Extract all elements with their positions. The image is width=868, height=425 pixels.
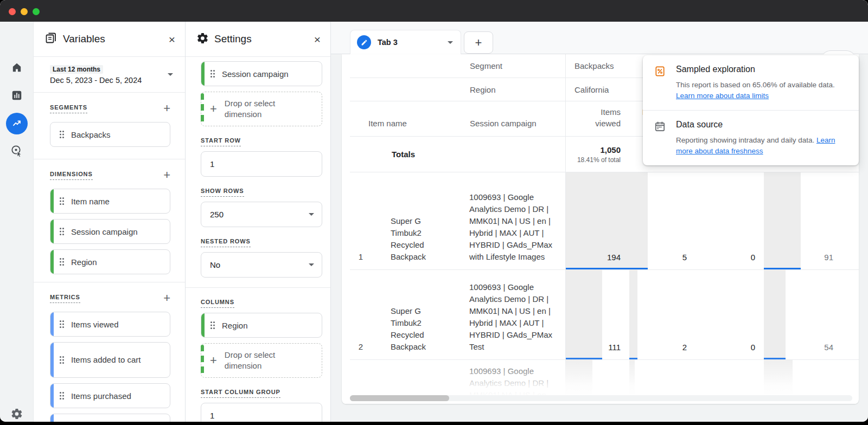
segment-group-label: Segment bbox=[461, 54, 565, 78]
show-rows-label: SHOW ROWS bbox=[201, 188, 244, 197]
columns-label: COLUMNS bbox=[201, 299, 234, 308]
app-window: Variables × Last 12 months Dec 5, 2023 -… bbox=[0, 0, 868, 422]
close-variables-icon[interactable]: × bbox=[169, 34, 175, 45]
metric-value: 0 bbox=[751, 343, 755, 352]
segment-chip-backpacks[interactable]: Backpacks bbox=[50, 122, 170, 147]
metric-value: 0 bbox=[751, 253, 755, 262]
variables-icon bbox=[44, 31, 58, 47]
nested-rows-value: No bbox=[210, 260, 220, 269]
metric-cell-items-added: 5 bbox=[629, 172, 695, 269]
columns-chip-region[interactable]: Region bbox=[201, 313, 322, 338]
column-header-items-viewed[interactable]: Items viewed bbox=[565, 101, 629, 136]
home-icon[interactable] bbox=[10, 61, 23, 76]
advertising-icon[interactable] bbox=[10, 144, 23, 159]
drag-handle-icon[interactable] bbox=[59, 356, 65, 364]
segments-label: SEGMENTS bbox=[50, 104, 87, 113]
rows-dropzone-label: Drop or select dimension bbox=[225, 98, 295, 120]
explore-icon[interactable] bbox=[6, 113, 28, 134]
metric-chip-item-revenue[interactable]: Item revenue bbox=[50, 414, 170, 422]
region-group-label: Region bbox=[461, 78, 565, 101]
rows-dropzone[interactable]: + Drop or select dimension bbox=[201, 92, 322, 126]
metric-chip-label: Items purchased bbox=[71, 391, 131, 401]
cell-bar bbox=[629, 172, 648, 269]
left-nav-rail bbox=[0, 22, 34, 422]
edit-pencil-icon bbox=[357, 35, 371, 49]
tab-3[interactable]: Tab 3 bbox=[350, 30, 461, 54]
variables-panel-header: Variables × bbox=[34, 22, 185, 57]
drag-handle-icon[interactable] bbox=[59, 257, 65, 266]
rows-chip-session-campaign[interactable]: Session campaign bbox=[201, 61, 322, 86]
metric-chip-label: Items added to cart bbox=[71, 354, 141, 366]
settings-gear-icon bbox=[196, 32, 209, 47]
dimension-chip-region[interactable]: Region bbox=[50, 249, 170, 274]
show-rows-select[interactable]: 250 bbox=[201, 202, 322, 227]
tab-strip: Tab 3 + bbox=[331, 22, 868, 54]
date-range-value: Dec 5, 2023 - Dec 5, 2024 bbox=[50, 76, 142, 85]
drag-handle-icon[interactable] bbox=[59, 130, 65, 139]
settings-divider bbox=[186, 287, 330, 288]
calendar-icon bbox=[654, 120, 667, 157]
dropzone-plus-icon: + bbox=[210, 355, 217, 366]
column-header-session-campaign[interactable]: Session campaign bbox=[461, 101, 565, 136]
columns-dropzone-label: Drop or select dimension bbox=[225, 350, 295, 371]
drag-handle-icon[interactable] bbox=[210, 69, 215, 78]
segments-section: SEGMENTS + Backpacks bbox=[34, 93, 185, 159]
date-range-selector[interactable]: Last 12 months Dec 5, 2023 - Dec 5, 2024 bbox=[34, 57, 185, 93]
sampled-percent-doc-icon bbox=[654, 65, 667, 101]
metric-chip-items-added-to-cart[interactable]: Items added to cart bbox=[50, 342, 170, 378]
close-window-button[interactable] bbox=[9, 8, 16, 15]
metric-cell-item-revenue: 54 bbox=[764, 270, 842, 359]
drag-handle-icon[interactable] bbox=[210, 321, 215, 330]
sampled-exploration-body: This report is based on 65.06% of availa… bbox=[676, 81, 835, 89]
metric-chip-items-purchased[interactable]: Items purchased bbox=[50, 383, 170, 408]
column-header-item-name[interactable]: Item name bbox=[350, 101, 461, 136]
metrics-label: METRICS bbox=[50, 294, 80, 303]
sampling-info-popover: Sampled exploration This report is based… bbox=[643, 55, 859, 165]
minimize-window-button[interactable] bbox=[21, 8, 28, 15]
date-caret-icon bbox=[168, 73, 173, 76]
add-dimension-button[interactable]: + bbox=[163, 169, 170, 181]
dimension-chip-item-name[interactable]: Item name bbox=[50, 189, 170, 214]
drag-handle-icon[interactable] bbox=[59, 391, 65, 400]
data-limits-link[interactable]: Learn more about data limits bbox=[676, 91, 835, 101]
metric-cell-items-purchased: 0 bbox=[695, 270, 764, 359]
row-item-name: Super G Timbuk2 Recycled Backpack bbox=[372, 270, 461, 359]
row-item-name: Super G Timbuk2 Recycled Backpack bbox=[372, 172, 461, 269]
start-row-value: 1 bbox=[210, 159, 214, 169]
row-index: 1 bbox=[350, 172, 372, 269]
totals-label: Totals bbox=[350, 137, 461, 172]
columns-dropzone[interactable]: + Drop or select dimension bbox=[201, 343, 322, 378]
admin-gear-icon[interactable] bbox=[10, 408, 23, 422]
metric-value: 194 bbox=[607, 253, 621, 262]
drag-handle-icon[interactable] bbox=[59, 320, 65, 329]
dimensions-label: DIMENSIONS bbox=[50, 171, 93, 180]
add-segment-button[interactable]: + bbox=[163, 102, 170, 114]
show-rows-value: 250 bbox=[210, 210, 224, 219]
data-source-title: Data source bbox=[676, 120, 848, 130]
metric-chip-items-viewed[interactable]: Items viewed bbox=[50, 312, 170, 337]
cell-bar bbox=[566, 270, 602, 359]
totals-share: 18.41% of total bbox=[577, 156, 621, 164]
nested-rows-select[interactable]: No bbox=[201, 252, 322, 278]
variables-panel-title: Variables bbox=[63, 33, 105, 45]
start-column-group-input[interactable]: 1 bbox=[201, 403, 322, 422]
close-settings-icon[interactable]: × bbox=[314, 34, 321, 45]
metric-value: 2 bbox=[682, 343, 687, 352]
add-metric-button[interactable]: + bbox=[163, 292, 170, 304]
segment-chip-label: Backpacks bbox=[71, 130, 111, 139]
settings-panel-header: Settings × bbox=[186, 22, 330, 57]
drag-handle-icon[interactable] bbox=[59, 197, 65, 205]
tab-caret-icon[interactable] bbox=[448, 41, 453, 44]
row-session-campaign: 1009693 | Google Analytics Demo | DR | M… bbox=[461, 270, 565, 359]
dimension-chip-label: Session campaign bbox=[71, 227, 138, 236]
reports-icon[interactable] bbox=[11, 89, 23, 104]
zoom-window-button[interactable] bbox=[33, 8, 40, 15]
drag-handle-icon[interactable] bbox=[59, 227, 65, 236]
dropzone-plus-icon: + bbox=[210, 103, 217, 115]
horizontal-scrollbar-thumb[interactable] bbox=[350, 395, 449, 401]
settings-panel: Settings × Session campaign + Drop or se… bbox=[186, 22, 331, 422]
dimension-chip-session-campaign[interactable]: Session campaign bbox=[50, 219, 170, 244]
add-tab-button[interactable]: + bbox=[464, 31, 493, 54]
start-row-input[interactable]: 1 bbox=[201, 151, 322, 177]
rows-chip-label: Session campaign bbox=[222, 69, 289, 79]
